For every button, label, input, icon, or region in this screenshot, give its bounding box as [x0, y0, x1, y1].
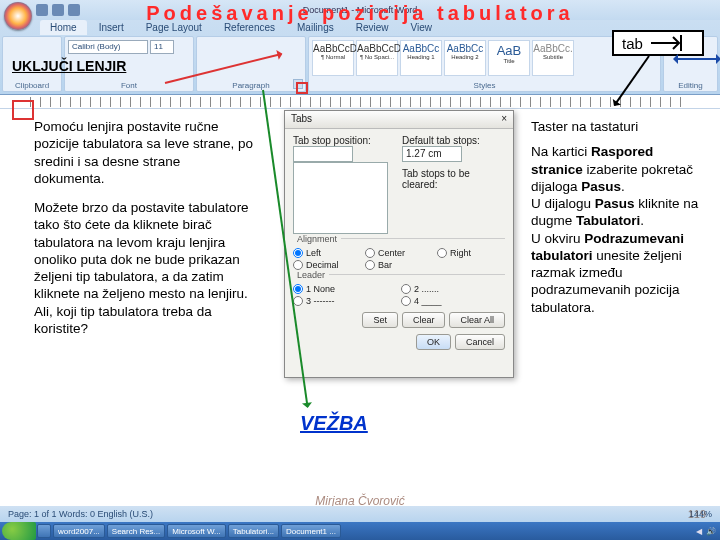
style-normal[interactable]: AaBbCcDc¶ Normal	[312, 40, 354, 76]
align-left-radio[interactable]: Left	[293, 248, 361, 258]
tab-stop-position-label: Tab stop position:	[293, 135, 396, 146]
taskbar-item[interactable]: Search Res...	[107, 524, 165, 538]
font-name-combo[interactable]: Calibri (Body)	[68, 40, 148, 54]
tab-key-callout: tab	[612, 30, 704, 56]
style-heading2[interactable]: AaBbCcHeading 2	[444, 40, 486, 76]
clear-all-button[interactable]: Clear All	[449, 312, 505, 328]
align-decimal-radio[interactable]: Decimal	[293, 260, 361, 270]
alignment-legend: Alignment	[293, 234, 341, 244]
default-tab-stops-input[interactable]: 1.27 cm	[402, 146, 462, 162]
align-right-radio[interactable]: Right	[437, 248, 505, 258]
taskbar-item[interactable]	[37, 524, 51, 538]
tab-stop-position-input[interactable]	[293, 146, 353, 162]
windows-taskbar: word2007... Search Res... Microsoft W...…	[0, 522, 720, 540]
style-no-spacing[interactable]: AaBbCcDc¶ No Spaci...	[356, 40, 398, 76]
set-button[interactable]: Set	[362, 312, 398, 328]
leader-dashes-radio[interactable]: 3 -------	[293, 296, 397, 306]
system-tray[interactable]: ◀🔊	[696, 527, 720, 536]
tab-key-icon	[649, 33, 685, 53]
leader-underline-radio[interactable]: 4 ____	[401, 296, 505, 306]
tab-stops-cleared-label: Tab stops to be cleared:	[402, 168, 505, 190]
tab-stop-list[interactable]	[293, 162, 388, 234]
taskbar-item[interactable]: word2007...	[53, 524, 105, 538]
tab-key-label: tab	[622, 35, 643, 52]
paragraph-launcher-highlight	[296, 82, 308, 94]
word-status-bar: Page: 1 of 1 Words: 0 English (U.S.) 144…	[0, 506, 720, 522]
style-title[interactable]: AaBTitle	[488, 40, 530, 76]
slide-title: Podešavanje pozicija tabulatora	[0, 2, 720, 25]
align-bar-radio[interactable]: Bar	[365, 260, 433, 270]
tab-selector-highlight	[12, 100, 34, 120]
close-icon[interactable]: ×	[501, 113, 507, 126]
group-styles: AaBbCcDc¶ Normal AaBbCcDc¶ No Spaci... A…	[308, 36, 661, 92]
left-paragraph-2: Možete brzo da postavite tabulatore tako…	[34, 199, 254, 337]
cancel-button[interactable]: Cancel	[455, 334, 505, 350]
align-center-radio[interactable]: Center	[365, 248, 433, 258]
dialog-title: Tabs	[291, 113, 312, 126]
right-body: Na kartici Raspored stranice izaberite p…	[531, 143, 706, 316]
start-button[interactable]	[2, 522, 36, 540]
status-left: Page: 1 of 1 Words: 0 English (U.S.)	[8, 509, 153, 519]
left-paragraph-1: Pomoću lenjira postavite ručne pozicije …	[34, 118, 254, 187]
default-tab-stops-label: Default tab stops:	[402, 135, 505, 146]
arrow-tab-key	[674, 58, 720, 60]
leader-legend: Leader	[293, 270, 329, 280]
leader-none-radio[interactable]: 1 None	[293, 284, 397, 294]
keyboard-key-heading: Taster na tastaturi	[531, 118, 706, 135]
left-text-block: Pomoću lenjira postavite ručne pozicije …	[34, 118, 254, 349]
leader-dots-radio[interactable]: 2 .......	[401, 284, 505, 294]
taskbar-item[interactable]: Microsoft W...	[167, 524, 225, 538]
style-subtitle[interactable]: AaBbCc.Subtitle	[532, 40, 574, 76]
enable-ruler-label: UKLJUČI LENJIR	[12, 58, 126, 74]
group-paragraph: Paragraph	[196, 36, 306, 92]
taskbar-item[interactable]: Tabulatori...	[228, 524, 279, 538]
tabs-dialog: Tabs × Tab stop position: Default tab st…	[284, 110, 514, 378]
right-text-block: Taster na tastaturi Na kartici Raspored …	[531, 118, 706, 316]
style-heading1[interactable]: AaBbCcHeading 1	[400, 40, 442, 76]
vezba-link[interactable]: VEŽBA	[300, 412, 368, 435]
taskbar-item[interactable]: Document1 ...	[281, 524, 341, 538]
font-size-combo[interactable]: 11	[150, 40, 174, 54]
slide-number: 119	[688, 508, 706, 520]
ok-button[interactable]: OK	[416, 334, 451, 350]
clear-button[interactable]: Clear	[402, 312, 446, 328]
